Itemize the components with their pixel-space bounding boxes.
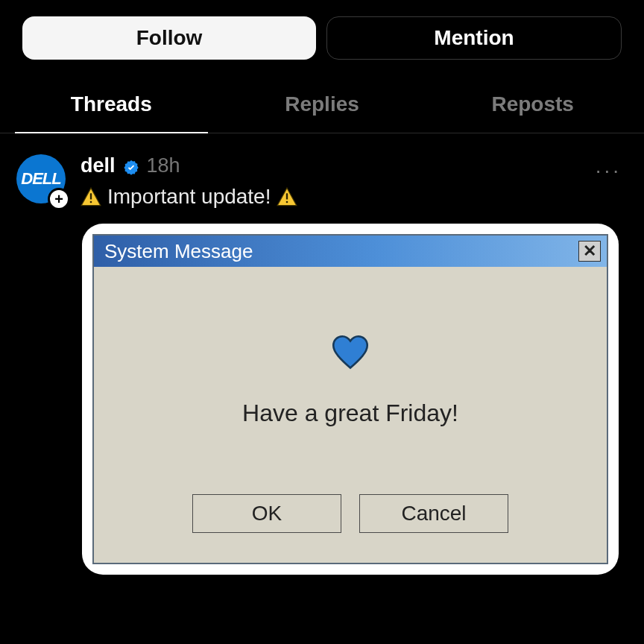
dialog-cancel-button[interactable]: Cancel	[359, 494, 508, 533]
dialog-window: System Message ✕ Have a great Friday! OK…	[92, 234, 608, 564]
dialog-button-row: OK Cancel	[109, 494, 592, 533]
tab-reposts[interactable]: Reposts	[427, 73, 638, 133]
svg-rect-3	[286, 201, 288, 203]
post-timestamp: 18h	[147, 154, 180, 177]
svg-rect-1	[90, 201, 92, 203]
tab-replies[interactable]: Replies	[217, 73, 428, 133]
dialog-message: Have a great Friday!	[109, 400, 592, 427]
mention-button[interactable]: Mention	[326, 16, 622, 60]
tab-threads[interactable]: Threads	[6, 73, 217, 133]
profile-tabs: Threads Replies Reposts	[0, 73, 644, 133]
svg-rect-2	[286, 193, 288, 199]
warning-icon	[80, 187, 101, 206]
username[interactable]: dell	[80, 154, 116, 177]
post-text-row: Important update!	[80, 177, 628, 209]
post-more-button[interactable]: ···	[596, 159, 622, 183]
dialog-body: Have a great Friday! OK Cancel	[94, 267, 607, 563]
post-body: dell 18h Important update!	[72, 154, 628, 209]
post-text: Important update!	[107, 185, 271, 209]
dialog-ok-button[interactable]: OK	[192, 494, 341, 533]
dialog-titlebar: System Message ✕	[94, 236, 607, 267]
profile-action-row: Follow Mention	[0, 0, 644, 73]
follow-button[interactable]: Follow	[22, 16, 316, 60]
avatar-wrap[interactable]: DELL +	[16, 154, 72, 209]
svg-rect-0	[90, 193, 92, 199]
post-header: dell 18h	[80, 154, 628, 177]
dialog-title: System Message	[104, 240, 253, 263]
post-media[interactable]: System Message ✕ Have a great Friday! OK…	[82, 224, 619, 575]
heart-icon	[331, 334, 370, 370]
thread-post: DELL + dell 18h Important update! ···	[0, 133, 644, 209]
add-post-icon[interactable]: +	[48, 188, 70, 210]
dialog-close-button[interactable]: ✕	[578, 241, 601, 262]
warning-icon	[277, 187, 297, 206]
verified-badge-icon	[123, 158, 139, 174]
